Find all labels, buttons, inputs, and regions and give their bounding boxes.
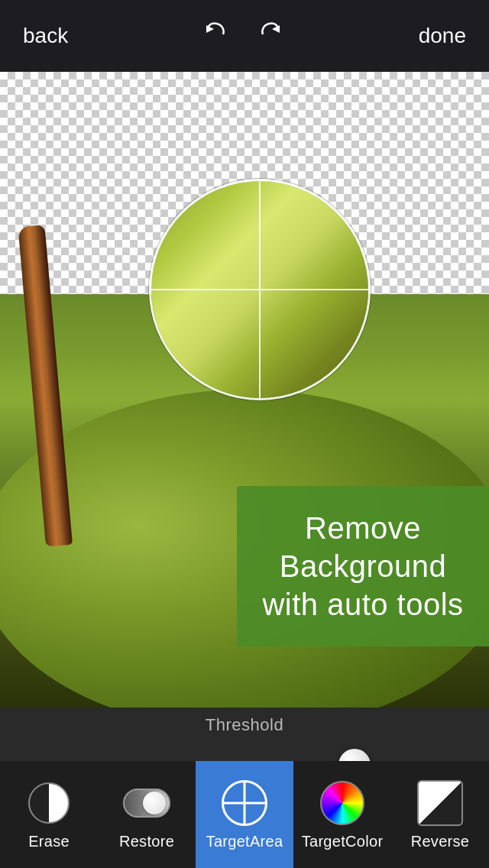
info-box: Remove Background with auto tools [237, 486, 489, 646]
erase-icon [25, 779, 73, 827]
info-box-text: Remove Background with auto tools [258, 509, 468, 623]
restore-tool-button[interactable]: Restore [98, 761, 196, 868]
target-area-tool-button[interactable]: TargetArea [196, 761, 293, 868]
restore-label: Restore [119, 833, 174, 850]
undo-redo-group [196, 13, 290, 59]
magnifier-content [151, 181, 368, 398]
target-color-label: TargetColor [302, 833, 384, 850]
canvas-area[interactable]: Remove Background with auto tools [0, 72, 489, 708]
undo-icon[interactable] [196, 13, 235, 59]
done-button[interactable]: done [411, 16, 474, 56]
erase-tool-button[interactable]: Erase [0, 761, 98, 868]
svg-marker-1 [272, 25, 280, 33]
bottom-controls: Threshold Erase Restore [0, 708, 489, 868]
target-area-label: TargetArea [206, 833, 283, 850]
reverse-tool-button[interactable]: Reverse [391, 761, 489, 868]
reverse-icon [416, 779, 464, 827]
tools-row: Erase Restore TargetArea TargetColor [0, 761, 489, 868]
restore-icon [123, 779, 170, 827]
top-navigation-bar: back done [0, 0, 489, 72]
redo-icon[interactable] [251, 13, 290, 59]
crosshair-vertical [259, 181, 261, 398]
erase-label: Erase [28, 833, 70, 850]
reverse-label: Reverse [411, 833, 470, 850]
target-area-icon [221, 779, 268, 827]
magnifier-circle [149, 179, 371, 400]
back-button[interactable]: back [15, 16, 76, 56]
target-color-tool-button[interactable]: TargetColor [293, 761, 391, 868]
threshold-label: Threshold [206, 715, 283, 735]
svg-marker-0 [206, 25, 214, 33]
target-color-icon [319, 779, 366, 827]
